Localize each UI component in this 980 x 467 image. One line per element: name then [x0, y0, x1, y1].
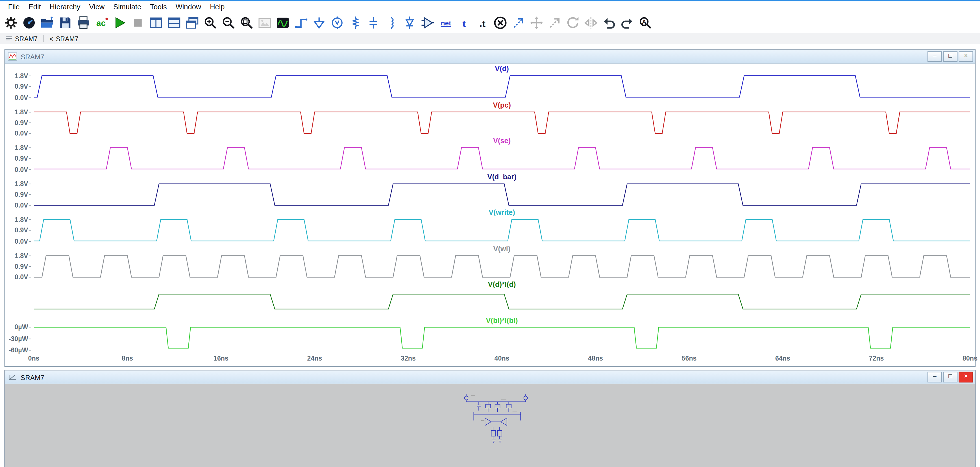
undo-icon[interactable]	[601, 14, 618, 31]
copy-icon[interactable]	[510, 14, 527, 31]
ground-icon[interactable]	[311, 14, 328, 31]
cascade-windows-icon[interactable]	[184, 14, 201, 31]
window-controls: – □ ×	[928, 51, 973, 62]
cut-icon[interactable]	[492, 14, 509, 31]
wave-panes: V(d)1.8V0.9V0.0VV(pc)1.8V0.9V0.0VV(se)1.…	[5, 65, 975, 353]
window-controls: – □ ×	[928, 372, 973, 383]
menu-item-view[interactable]: View	[85, 3, 109, 10]
x-axis: 0ns8ns16ns24ns32ns40ns48ns56ns64ns72ns80…	[34, 353, 970, 364]
trace-label[interactable]: V(d)*I(d)	[34, 281, 970, 289]
trace-label[interactable]: V(d_bar)	[34, 173, 970, 181]
minimize-button[interactable]: –	[928, 372, 942, 383]
trace-label[interactable]: V(pc)	[34, 101, 970, 109]
resistor-icon[interactable]	[347, 14, 364, 31]
close-button[interactable]: ×	[959, 51, 973, 62]
diode-icon[interactable]	[401, 14, 418, 31]
x-axis-tick: 72ns	[869, 354, 884, 362]
wave-pane-6: V(d)*I(d)	[5, 281, 975, 316]
wire-icon[interactable]	[293, 14, 310, 31]
svg-text:net: net	[441, 19, 451, 27]
inductor-icon[interactable]	[383, 14, 400, 31]
tile-vertical-icon[interactable]	[148, 14, 164, 31]
wave-pane-2: V(se)1.8V0.9V0.0V	[5, 137, 975, 173]
search-icon[interactable]: A	[637, 14, 654, 31]
waveform-viewer-icon[interactable]	[275, 14, 291, 31]
trace-label[interactable]: V(d)	[34, 65, 970, 73]
menu-bar: FileEditHierarchyViewSimulateToolsWindow…	[0, 1, 980, 12]
y-axis-tick: 1.8V	[5, 108, 31, 116]
waveform-tab-icon	[6, 35, 13, 42]
y-axis-tick: 0µW	[5, 323, 31, 330]
maximize-button[interactable]: □	[943, 372, 958, 383]
y-axis-tick: 0.0V	[5, 129, 31, 137]
waveform-window-titlebar[interactable]: SRAM7 – □ ×	[5, 50, 975, 64]
trace-label[interactable]: V(write)	[34, 209, 970, 217]
text-tool-icon[interactable]: t	[455, 14, 473, 31]
x-axis-tick: 56ns	[682, 354, 697, 362]
tab-waveform[interactable]: SRAM7	[0, 33, 43, 44]
ac-analysis-icon[interactable]: ac	[93, 14, 110, 31]
trace-0	[34, 73, 970, 100]
spice-directive-icon[interactable]: .t	[474, 14, 490, 31]
voltage-source-icon[interactable]	[329, 14, 346, 31]
menu-item-hierarchy[interactable]: Hierarchy	[45, 3, 85, 10]
component-icon[interactable]	[419, 14, 436, 31]
menu-item-tools[interactable]: Tools	[146, 3, 171, 10]
net-label-icon[interactable]: net	[438, 14, 454, 31]
menu-item-window[interactable]: Window	[171, 3, 205, 10]
zoom-out-icon[interactable]	[220, 14, 237, 31]
zoom-fit-icon[interactable]	[238, 14, 255, 31]
trace-1	[34, 109, 970, 137]
halt-icon	[129, 14, 146, 31]
schematic-window: SRAM7 – □ ×	[4, 370, 975, 467]
open-file-icon[interactable]	[39, 14, 56, 31]
mirror-icon	[582, 14, 600, 31]
trace-label[interactable]: V(wl)	[34, 245, 970, 253]
control-panel-icon[interactable]	[21, 14, 38, 31]
run-icon[interactable]	[111, 14, 128, 31]
schematic-window-titlebar[interactable]: SRAM7 – □ ×	[5, 370, 975, 384]
y-axis-tick: 0.9V	[5, 155, 31, 162]
tab-schematic[interactable]: < SRAM7	[44, 33, 84, 44]
y-axis-tick: -60µW	[5, 346, 31, 354]
maximize-button[interactable]: □	[943, 51, 958, 62]
y-axis-tick: 1.8V	[5, 180, 31, 187]
move-icon	[528, 14, 545, 31]
x-axis-tick: 48ns	[588, 354, 603, 362]
gear-icon[interactable]	[3, 14, 19, 31]
wave-pane-5: V(wl)1.8V0.9V0.0V	[5, 245, 975, 280]
y-axis-tick: 1.8V	[5, 216, 31, 223]
wave-pane-4: V(write)1.8V0.9V0.0V	[5, 209, 975, 245]
save-icon[interactable]	[57, 14, 74, 31]
svg-text:ac: ac	[96, 18, 106, 27]
menu-item-edit[interactable]: Edit	[24, 3, 45, 10]
menu-item-file[interactable]: File	[4, 3, 24, 10]
trace-label[interactable]: V(se)	[34, 137, 970, 145]
y-axis-tick: 0.0V	[5, 165, 31, 173]
close-button[interactable]: ×	[959, 372, 973, 383]
x-axis-tick: 80ns	[963, 354, 977, 362]
zoom-in-icon[interactable]	[202, 14, 219, 31]
mdi-area: SRAM7 – □ × V(d)1.8V0.9V0.0VV(pc)1.8V0.9…	[0, 44, 980, 467]
y-axis-tick: 0.0V	[5, 237, 31, 245]
trace-label[interactable]: V(bl)*I(bl)	[34, 316, 970, 325]
minimize-button[interactable]: –	[928, 51, 942, 62]
redo-icon[interactable]	[619, 14, 636, 31]
capacitor-icon[interactable]	[365, 14, 382, 31]
menu-item-help[interactable]: Help	[205, 3, 229, 10]
y-axis-tick: 0.0V	[5, 201, 31, 209]
x-axis-tick: 24ns	[307, 354, 322, 362]
window-title: SRAM7	[21, 373, 928, 381]
trace-5	[34, 253, 970, 280]
copy-bitmap-icon	[256, 14, 273, 31]
schematic-window-icon	[8, 373, 18, 381]
y-axis-tick: 1.8V	[5, 144, 31, 151]
waveform-plot[interactable]: V(d)1.8V0.9V0.0VV(pc)1.8V0.9V0.0VV(se)1.…	[5, 64, 975, 364]
x-axis-tick: 40ns	[495, 354, 509, 362]
y-axis-tick: 0.9V	[5, 226, 31, 234]
tile-horizontal-icon[interactable]	[165, 14, 183, 31]
rotate-icon	[564, 14, 581, 31]
print-icon[interactable]	[75, 14, 92, 31]
menu-item-simulate[interactable]: Simulate	[109, 3, 146, 10]
schematic-canvas[interactable]	[5, 384, 975, 467]
